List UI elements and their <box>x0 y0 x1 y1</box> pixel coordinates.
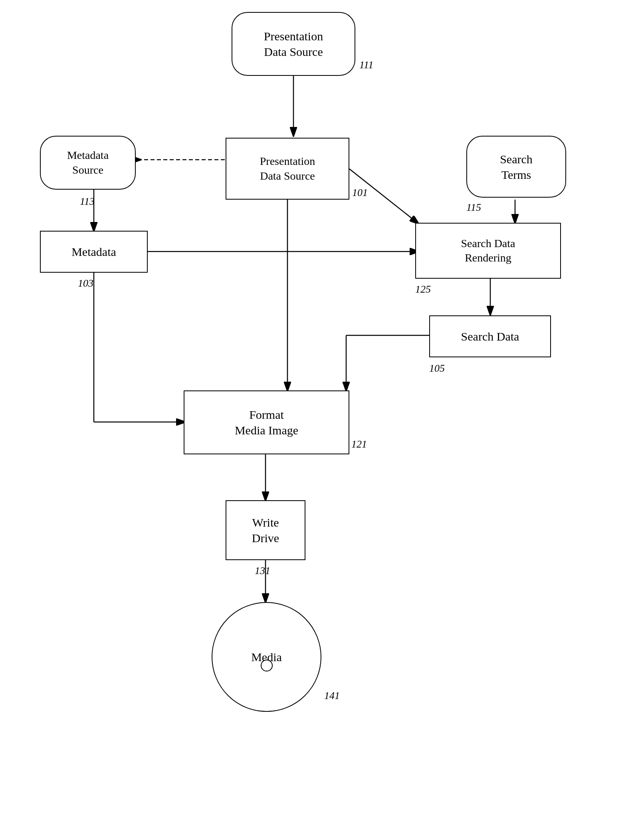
node-format-media: FormatMedia Image <box>184 390 349 454</box>
label-125: 125 <box>415 283 431 295</box>
node-metadata: Metadata <box>40 231 148 273</box>
node-metadata-source: MetadataSource <box>40 136 136 190</box>
label-131: 131 <box>255 565 270 577</box>
node-search-data: Search Data <box>429 315 551 357</box>
node-write-drive-label: WriteDrive <box>252 515 279 546</box>
node-format-media-label: FormatMedia Image <box>235 407 298 438</box>
media-inner-circle <box>261 660 273 672</box>
node-search-data-rendering-label: Search DataRendering <box>461 236 515 265</box>
node-media: Media <box>212 602 321 712</box>
node-metadata-source-label: MetadataSource <box>67 148 109 177</box>
diagram: Metadata Source --> PresentationData Sou… <box>0 0 644 836</box>
node-pds-mid: PresentationData Source <box>226 138 349 200</box>
node-metadata-label: Metadata <box>71 244 116 260</box>
node-search-data-rendering: Search DataRendering <box>415 223 561 279</box>
label-115: 115 <box>466 202 481 214</box>
node-pds-mid-label: PresentationData Source <box>260 154 315 183</box>
node-pds-top-label: PresentationData Source <box>264 28 323 59</box>
label-113: 113 <box>80 196 95 208</box>
node-search-terms: SearchTerms <box>466 136 566 198</box>
node-search-terms-label: SearchTerms <box>500 151 533 182</box>
node-search-data-label: Search Data <box>461 329 519 344</box>
label-105: 105 <box>429 363 445 374</box>
label-141: 141 <box>324 690 340 702</box>
label-101: 101 <box>352 187 368 199</box>
label-103: 103 <box>78 277 93 289</box>
label-121: 121 <box>351 438 367 450</box>
node-pds-top: PresentationData Source <box>232 12 355 76</box>
label-111: 111 <box>359 59 373 71</box>
node-write-drive: WriteDrive <box>226 500 305 560</box>
